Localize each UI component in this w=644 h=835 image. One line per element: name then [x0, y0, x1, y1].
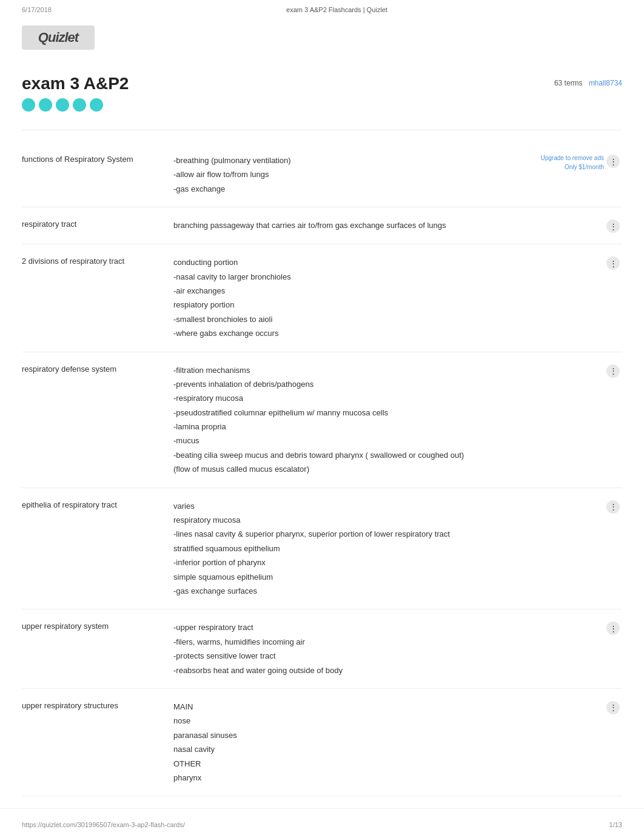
quizlet-logo: Quizlet	[22, 25, 95, 50]
definition-line: OTHER	[173, 757, 604, 771]
definition-line: -upper respiratory tract	[173, 620, 604, 634]
options-icon[interactable]: ⋮	[606, 155, 620, 168]
header-right: 63 terms mhall8734	[554, 74, 622, 87]
flashcard-term: functions of Respiratory System	[22, 153, 173, 196]
definition-line: -mucus	[173, 434, 604, 448]
footer-page: 1/13	[609, 821, 622, 828]
definition-line: -smallest bronchioles to aioli	[173, 312, 604, 326]
flashcard-definition: -filtration mechanisms-prevents inhalati…	[173, 363, 604, 477]
options-icon[interactable]: ⋮	[606, 500, 620, 514]
definition-line: respiatory portion	[173, 298, 604, 312]
definition-line: -reabsorbs heat and water going outside …	[173, 663, 604, 677]
star-3	[56, 98, 69, 112]
definition-line: -nasal cavity to larger bronchioles	[173, 270, 604, 284]
upgrade-line1: Upgrade to remove ads	[540, 155, 604, 161]
flashcard-definition: -upper respiratory tract-filers, warms, …	[173, 620, 604, 677]
star-5	[90, 98, 103, 112]
star-2	[39, 98, 52, 112]
definition-line: -protects sensitive lower tract	[173, 649, 604, 663]
definition-line: nose	[173, 714, 604, 728]
definition-line: -inferior portion of pharynx	[173, 555, 604, 569]
definition-line: -where gabs exchange occurs	[173, 326, 604, 340]
upgrade-line2: Only $1/month	[565, 164, 604, 170]
footer-url: https://quizlet.com/301996507/exam-3-ap2…	[22, 821, 185, 828]
flashcard-icon-area: ⋮	[604, 620, 622, 677]
options-icon[interactable]: ⋮	[606, 622, 620, 635]
flashcard-definition: conducting portion-nasal cavity to large…	[173, 255, 604, 340]
flashcard-row: respiratory tractbranching passageway th…	[22, 207, 622, 244]
flashcard-row: functions of Respiratory System-breathin…	[22, 143, 622, 207]
definition-line: (flow of musus called mucus escalator)	[173, 462, 604, 476]
flashcard-definition: variesrespiratory mucosa-lines nasal cav…	[173, 499, 604, 599]
header-left: exam 3 A&P2	[22, 74, 129, 112]
set-title: exam 3 A&P2	[22, 74, 129, 93]
star-rating	[22, 98, 129, 112]
flashcard-term: 2 divisions of respiratory tract	[22, 255, 173, 340]
definition-line: -gas exchange	[173, 182, 604, 196]
flashcard-row: epithelia of respiratory tractvariesresp…	[22, 488, 622, 610]
options-icon[interactable]: ⋮	[606, 257, 620, 270]
date-label: 6/17/2018	[22, 6, 52, 13]
definition-line: -beating cilia sweep mucus and debris to…	[173, 448, 604, 462]
definition-line: -air exchanges	[173, 284, 604, 298]
upgrade-box[interactable]: Upgrade to remove adsOnly $1/month	[540, 153, 604, 172]
options-icon[interactable]: ⋮	[606, 701, 620, 714]
definition-line: simple squamous epithelium	[173, 570, 604, 584]
definition-line: branching passageway that carries air to…	[173, 218, 604, 232]
header-area: exam 3 A&P2 63 terms mhall8734	[0, 56, 644, 118]
definition-line: stratified squamous epithelium	[173, 542, 604, 555]
definition-line: -breathing (pulmonary ventilation)	[173, 153, 604, 167]
definition-line: pharynx	[173, 771, 604, 785]
definition-line: paranasal sinuses	[173, 728, 604, 742]
options-icon[interactable]: ⋮	[606, 364, 620, 378]
definition-line: -prevents inhalation of debris/pathogens	[173, 377, 604, 391]
flashcard-icon-area: ⋮	[604, 363, 622, 477]
user-link[interactable]: mhall8734	[589, 79, 622, 87]
definition-line: respiratory mucosa	[173, 513, 604, 527]
flashcard-icon-area: ⋮	[604, 218, 622, 233]
flashcard-icon-area: ⋮	[604, 255, 622, 340]
definition-line: varies	[173, 499, 604, 513]
top-bar: 6/17/2018 exam 3 A&P2 Flashcards | Quizl…	[0, 0, 644, 19]
definition-line: MAIN	[173, 700, 604, 714]
terms-count: 63 terms	[554, 79, 583, 87]
definition-line: nasal cavity	[173, 742, 604, 756]
definition-line: -gas exchange surfaces	[173, 584, 604, 598]
flashcard-definition: MAINnoseparanasal sinusesnasal cavityOTH…	[173, 700, 604, 785]
flashcard-term: respiratory defense system	[22, 363, 173, 477]
flashcard-icon-area: ⋮	[604, 153, 622, 196]
definition-line: -filtration mechanisms	[173, 363, 604, 377]
header-divider	[22, 130, 622, 130]
definition-line: -pseudostratified columnar epithelium w/…	[173, 406, 604, 420]
flashcard-term: respiratory tract	[22, 218, 173, 233]
page-title-meta: exam 3 A&P2 Flashcards | Quizlet	[286, 6, 387, 13]
flashcard-icon-area: ⋮	[604, 499, 622, 599]
flashcard-row: upper respiratory structuresMAINnosepara…	[22, 689, 622, 796]
flashcard-row: respiratory defense system-filtration me…	[22, 352, 622, 488]
logo-text: Quizlet	[38, 30, 78, 45]
flashcard-icon-area: ⋮	[604, 700, 622, 785]
definition-line: -lamina propria	[173, 420, 604, 434]
star-4	[73, 98, 86, 112]
flashcard-term: upper respiratory structures	[22, 700, 173, 785]
flashcard-table: functions of Respiratory System-breathin…	[0, 143, 644, 796]
star-1	[22, 98, 35, 112]
definition-line: -lines nasal cavity & superior pharynx, …	[173, 527, 604, 541]
flashcard-term: upper respiratory system	[22, 620, 173, 677]
options-icon[interactable]: ⋮	[606, 220, 620, 233]
flashcard-row: 2 divisions of respiratory tractconducti…	[22, 244, 622, 352]
definition-line: -allow air flow to/from lungs	[173, 167, 604, 181]
logo-area: Quizlet	[0, 19, 644, 56]
footer: https://quizlet.com/301996507/exam-3-ap2…	[0, 808, 644, 835]
flashcard-term: epithelia of respiratory tract	[22, 499, 173, 599]
flashcard-definition: -breathing (pulmonary ventilation)-allow…	[173, 153, 604, 196]
definition-line: conducting portion	[173, 255, 604, 269]
definition-line: -filers, warms, humidifies incoming air	[173, 635, 604, 649]
flashcard-row: upper respiratory system-upper respirato…	[22, 609, 622, 689]
definition-line: -respiratory mucosa	[173, 391, 604, 405]
flashcard-definition: branching passageway that carries air to…	[173, 218, 604, 233]
